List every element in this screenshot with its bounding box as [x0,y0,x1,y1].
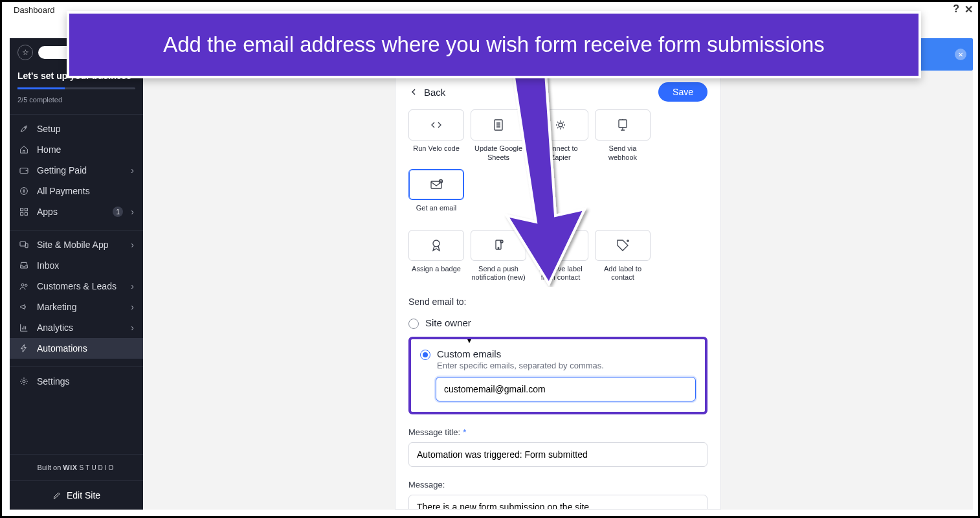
sidebar-item-inbox[interactable]: Inbox [10,255,143,276]
action-label: Add label to contact [595,265,651,283]
devices-icon [19,240,29,250]
code-icon [408,109,464,141]
sidebar-item-label: Marketing [37,302,123,312]
custom-email-input[interactable] [436,377,696,401]
callout-text: Add the email address where you wish for… [163,32,825,57]
svg-point-13 [559,123,562,127]
webhook-icon [595,109,651,141]
sidebar-item-label: Home [37,144,134,155]
sidebar-item-label: Customers & Leads [37,281,123,291]
sheet-icon [471,109,526,141]
edit-site-button[interactable]: Edit Site [10,480,143,510]
sidebar-item-analytics[interactable]: Analytics› [10,317,143,338]
sidebar-item-home[interactable]: Home [10,139,143,160]
svg-rect-5 [21,212,23,215]
send-email-to-label: Send email to: [408,297,707,307]
sidebar-item-label: Settings [37,376,134,387]
radio-site-owner[interactable]: Site owner [408,313,707,333]
sidebar-item-automations[interactable]: Automations [10,338,143,359]
sidebar-item-setup[interactable]: Setup [10,118,143,139]
action-get-an-email[interactable]: Get an email [408,169,464,221]
sidebar-item-customers-leads[interactable]: Customers & Leads› [10,276,143,297]
action-label: Remove label from contact [533,265,588,283]
action-send-via-webhook[interactable]: Send via webhook [595,109,651,163]
mail-icon [408,169,464,200]
close-icon[interactable]: ✕ [964,3,973,16]
grid-icon [19,207,29,217]
built-on-label: Built on WiX STUDIO [10,454,143,480]
wallet-icon [19,165,29,175]
tagminus-icon [533,230,588,261]
chevron-right-icon: › [131,165,134,175]
svg-rect-4 [25,208,27,211]
action-label: Connect to Zapier [533,144,588,163]
instructional-callout: Add the email address where you wish for… [67,11,921,78]
bolt-icon [19,343,29,354]
radio-custom-emails-label: Custom emails [437,348,604,359]
star-icon[interactable]: ☆ [17,45,33,60]
action-add-label-to-contact[interactable]: Add label to contact [595,230,651,283]
save-button[interactable]: Save [658,82,707,102]
svg-point-19 [498,247,499,249]
custom-emails-highlight: Custom emails Enter specific emails, sep… [408,337,707,414]
megaphone-icon [19,302,29,312]
sidebar-item-apps[interactable]: Apps1› [10,201,143,222]
inbox-icon [19,260,29,271]
svg-point-20 [500,240,503,243]
setup-subtitle: 2/5 completed [17,96,135,104]
message-label: Message: [408,480,707,490]
action-label: Get an email [416,204,456,221]
sidebar-item-label: Getting Paid [37,165,123,175]
sidebar-item-label: All Payments [37,186,134,196]
message-textarea[interactable] [408,495,707,510]
sidebar-item-label: Apps [37,207,105,217]
svg-rect-14 [619,120,627,128]
sidebar-item-marketing[interactable]: Marketing› [10,297,143,317]
message-title-input[interactable] [408,442,707,467]
chevron-right-icon: › [131,240,134,250]
svg-rect-3 [21,208,23,211]
sidebar-item-site-mobile-app[interactable]: Site & Mobile App› [10,234,143,255]
browser-tab[interactable]: Dashboard [10,4,59,16]
action-label: Send via webhook [595,144,651,163]
action-run-velo-code[interactable]: Run Velo code [408,109,464,163]
action-update-google-sheets[interactable]: Update Google Sheets [471,109,526,163]
chart-icon [19,322,29,333]
action-remove-label-from-contact[interactable]: Remove label from contact [533,230,588,283]
sidebar-item-label: Setup [37,124,134,134]
sidebar-item-label: Analytics [37,322,123,333]
chevron-right-icon: › [131,281,134,291]
tagplus-icon [595,230,651,261]
svg-rect-7 [20,242,26,246]
sidebar-item-label: Site & Mobile App [37,240,123,250]
sidebar-item-settings[interactable]: Settings [10,371,143,392]
help-icon[interactable]: ? [953,3,959,16]
push-icon [471,230,526,261]
action-label: Run Velo code [413,144,460,161]
radio-icon[interactable] [420,350,430,360]
sidebar-item-all-payments[interactable]: All Payments [10,181,143,201]
cursor-icon: ▾ [467,336,471,345]
action-label: Update Google Sheets [471,144,526,163]
sidebar-item-label: Inbox [37,260,134,271]
badge-icon [408,230,464,261]
main-canvas: Back Save Run Velo codeUpdate Google She… [143,71,973,510]
sidebar: ☆ Let's set up your business 2/5 complet… [10,38,143,510]
radio-custom-emails[interactable]: Custom emails Enter specific emails, sep… [420,348,696,370]
back-button[interactable]: Back [408,87,445,98]
home-icon [19,144,29,155]
notification-close-icon[interactable]: ✕ [955,49,966,60]
pencil-icon [52,491,61,500]
arrow-left-icon [408,87,419,97]
action-assign-a-badge[interactable]: Assign a badge [408,230,464,283]
chevron-right-icon: › [131,207,134,217]
sidebar-item-getting-paid[interactable]: Getting Paid› [10,160,143,181]
action-send-a-push-notification-new-[interactable]: Send a push notification (new) [471,230,526,283]
svg-point-10 [25,284,27,286]
gear-icon [19,376,29,387]
radio-custom-emails-sub: Enter specific emails, separated by comm… [437,361,604,370]
radio-icon[interactable] [408,319,419,329]
action-connect-to-zapier[interactable]: Connect to Zapier [533,109,588,163]
svg-point-9 [21,284,24,286]
zap-icon [533,109,588,141]
